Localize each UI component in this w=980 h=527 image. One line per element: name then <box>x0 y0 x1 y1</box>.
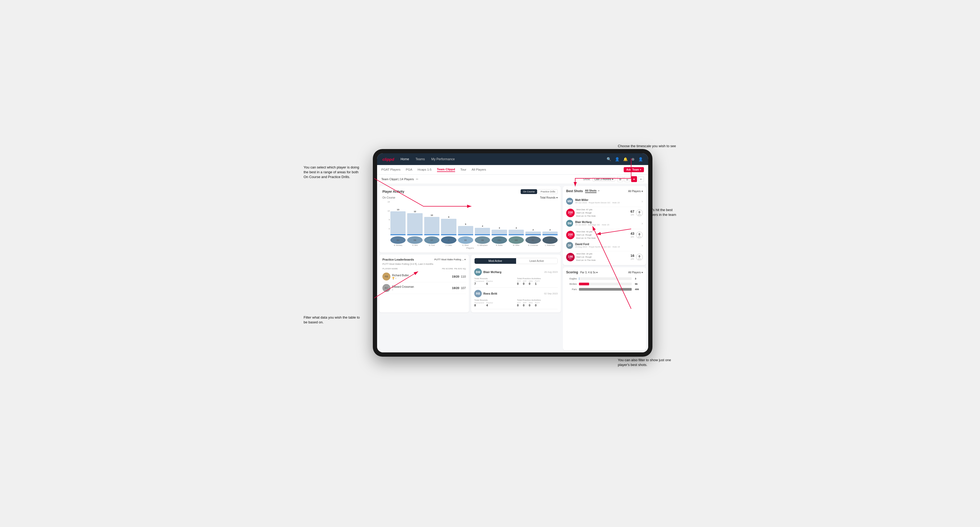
shot-player-sub-2: 23 Jul 2023 · Ashridge GC Hole 15 <box>575 224 640 226</box>
scoring-row-eagles: Eagles 3 <box>566 277 643 281</box>
bottom-cards: Practice Leaderboards PUTT Must Make Put… <box>379 255 561 313</box>
nav-my-performance[interactable]: My Performance <box>431 157 455 161</box>
lb-row-2: EC Edward Crossman 2 18/20 107 <box>382 283 466 294</box>
avatar-3[interactable]: JC <box>441 237 456 244</box>
active-date-1: 26 Aug 2023 <box>544 271 558 273</box>
scoring-bar-wrap-eagles <box>579 277 632 281</box>
scoring-row-pars: Pars 499 <box>566 287 643 291</box>
add-team-button[interactable]: Add Team + <box>624 167 644 172</box>
y-label-5: 5 <box>389 219 390 221</box>
view-list-icon[interactable]: ☰ <box>624 176 630 182</box>
on-course-toggle[interactable]: On Course <box>520 189 537 194</box>
active-player-header-2: RB Rees Britt 02 Sep 2023 <box>474 290 558 297</box>
view-card-icon[interactable]: ♥ <box>631 176 637 182</box>
show-controls: Show: Last 3 months ▾ ⊞ ☰ ♥ ≡ <box>583 176 644 182</box>
subnav-all-players[interactable]: All Players <box>472 168 486 171</box>
right-column: Best Shots All Shots ▾ All Players ▾ <box>563 184 648 352</box>
avatar-2[interactable]: DF <box>424 237 439 244</box>
avatars-row: BM RB DF JC EE GB RBu MM EC LR <box>382 237 558 244</box>
active-avatar-2: RB <box>474 290 482 297</box>
shot-entry-1: MM Matt Miller 09 Jun 2023 · Royal North… <box>566 195 643 218</box>
card-header: Player Activity On Course Practice Drill… <box>382 189 558 194</box>
lb-avg-1: 110 <box>461 275 466 278</box>
total-practice-group-1: Total Practice Activities GTT 0 APP <box>517 277 558 285</box>
shot-chevron-1[interactable]: › <box>641 199 643 203</box>
lb-avatar-1: RB <box>382 273 390 281</box>
bar-group-6: 3 <box>492 227 507 235</box>
nav-icons: 🔍 👤 🔔 ⊕ 👤 <box>607 157 643 161</box>
active-player-2: RB Rees Britt 02 Sep 2023 Total Rounds <box>474 288 558 309</box>
lb-select[interactable]: PUTT Must Make Putting ... ▾ <box>434 258 466 261</box>
practice-drills-toggle[interactable]: Practice Drills <box>538 189 558 194</box>
scoring-header: Scoring Par 3, 4 & 5s ▾ All Players ▾ <box>566 270 643 274</box>
view-table-icon[interactable]: ≡ <box>638 176 644 182</box>
nav-teams[interactable]: Teams <box>415 157 425 161</box>
lb-rank-badge-2: 2 <box>392 289 450 291</box>
total-rounds-select[interactable]: Total Rounds ▾ <box>540 196 558 199</box>
player-activity-card: Player Activity On Course Practice Drill… <box>379 186 561 252</box>
plus-circle-icon[interactable]: ⊕ <box>632 157 635 161</box>
active-tabs: Most Active Least Active <box>474 258 558 264</box>
active-player-name-2: Rees Britt <box>483 292 497 295</box>
bar-group-1: 12 <box>407 210 422 235</box>
profile-icon[interactable]: 👤 <box>638 157 643 161</box>
shot-avatar-1: MM <box>566 198 573 205</box>
annotation-bottom-left: Filter what data you wish the table to b… <box>304 315 362 325</box>
edit-icon[interactable]: ✏ <box>416 178 418 181</box>
bar-group-9: 2 <box>542 229 558 235</box>
avatar-5[interactable]: GB <box>475 237 490 244</box>
best-shots-card: Best Shots All Shots ▾ All Players ▾ <box>563 186 646 265</box>
period-select[interactable]: Last 3 months ▾ <box>593 177 615 181</box>
shot-row-2: BM Blair McHarg 23 Jul 2023 · Ashridge G… <box>566 218 643 229</box>
shot-metrics-2: 43 yds 0 yds <box>631 232 643 238</box>
tablet-frame: clippd Home Teams My Performance 🔍 👤 🔔 ⊕… <box>373 149 652 357</box>
bar-group-2: 10 <box>424 214 439 235</box>
avatar-6[interactable]: RBu <box>492 237 507 244</box>
shot-row-1: MM Matt Miller 09 Jun 2023 · Royal North… <box>566 195 643 207</box>
avatar-8[interactable]: EC <box>525 237 541 244</box>
subnav-pga[interactable]: PGA <box>406 168 412 171</box>
shot-info-3: Shot Dist: 16 ydsStart Lie: RoughEnd Lie… <box>576 252 629 262</box>
all-players-select[interactable]: All Players ▾ <box>628 190 643 193</box>
tab-least-active[interactable]: Least Active <box>516 258 558 264</box>
bar-5 <box>475 228 490 235</box>
subnav-hcaps[interactable]: Hcaps 1-5 <box>418 168 431 171</box>
avatar-9[interactable]: LR <box>542 237 558 244</box>
users-icon[interactable]: 👤 <box>615 157 619 161</box>
tab-most-active[interactable]: Most Active <box>474 258 516 264</box>
shot-player-sub-1: 09 Jun 2023 · Royal North Devon GC Hole … <box>575 202 640 204</box>
shot-chevron-3[interactable]: › <box>641 243 643 248</box>
shot-entry-3: DF David Ford 24 Aug 2023 · Royal North … <box>566 240 643 262</box>
subnav-pgat[interactable]: PGAT Players <box>381 168 401 171</box>
lb-columns: PLAYER NAME PB SCORE PB AVG SQ <box>382 268 466 270</box>
player-name-row-2: RB Rees Britt <box>474 290 497 297</box>
avatar-0[interactable]: BM <box>390 237 406 244</box>
player-name-row-1: BM Blair McHarg <box>474 268 501 276</box>
annotation-top-left: You can select which player is doing the… <box>304 165 362 179</box>
avatar-1[interactable]: RB <box>407 237 422 244</box>
scoring-select[interactable]: Par 3, 4 & 5s ▾ <box>580 271 598 274</box>
view-grid-icon[interactable]: ⊞ <box>617 176 623 182</box>
bell-icon[interactable]: 🔔 <box>623 157 628 161</box>
scoring-players-select[interactable]: All Players ▾ <box>628 271 643 274</box>
subnav-tour[interactable]: Tour <box>460 168 466 171</box>
scoring-row-birdies: Birdies 96 <box>566 282 643 286</box>
shot-sg-badge-1: 200 SG <box>566 209 575 217</box>
active-player-header-1: BM Blair McHarg 26 Aug 2023 <box>474 268 558 276</box>
scoring-card: Scoring Par 3, 4 & 5s ▾ All Players ▾ Ea… <box>563 267 646 350</box>
show-label: Show: <box>583 178 591 181</box>
shot-chevron-2[interactable]: › <box>641 221 643 225</box>
bar-group-7: 3 <box>509 227 524 235</box>
tab-all-shots[interactable]: All Shots <box>585 189 597 193</box>
subnav-team-clippd[interactable]: Team Clippd <box>437 168 455 172</box>
left-column: Player Activity On Course Practice Drill… <box>377 184 563 352</box>
avatar-7[interactable]: MM <box>509 237 524 244</box>
active-stats-2: Total Rounds Tournament 8 Practice <box>474 299 558 307</box>
lb-avg-2: 107 <box>461 286 466 290</box>
avatar-4[interactable]: EE <box>458 237 473 244</box>
search-icon[interactable]: 🔍 <box>607 157 611 161</box>
active-player-1: BM Blair McHarg 26 Aug 2023 Total Rounds <box>474 266 558 288</box>
nav-home[interactable]: Home <box>401 157 409 161</box>
scoring-bar-bg-eagles <box>579 277 632 280</box>
y-label-10: 10 <box>387 210 390 212</box>
